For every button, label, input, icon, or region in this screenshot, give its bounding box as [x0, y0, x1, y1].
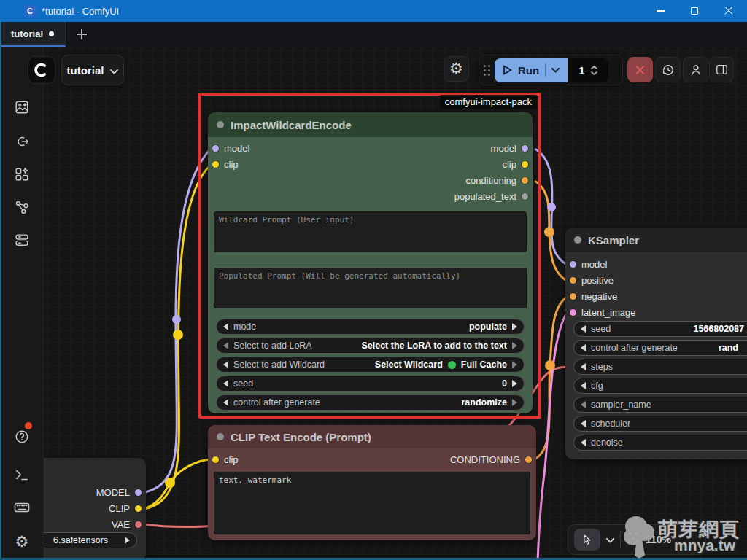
- widget-prev-icon[interactable]: [581, 420, 586, 427]
- model-library-icon[interactable]: [0, 195, 44, 219]
- workflows-panel-icon[interactable]: [0, 228, 44, 252]
- node-title-bar[interactable]: CLIP Text Encode (Prompt): [208, 425, 536, 448]
- node-ksampler[interactable]: KSampler model positive negative latent_…: [565, 228, 747, 459]
- output-dot-populated-text[interactable]: [522, 193, 528, 200]
- input-slot-clip[interactable]: clip: [212, 452, 239, 467]
- manager-gear-button[interactable]: ⚙: [444, 56, 469, 82]
- spinner-up-icon[interactable]: [591, 66, 597, 69]
- widget-prev-icon[interactable]: [223, 399, 228, 406]
- run-options-chevron-icon[interactable]: [551, 68, 560, 73]
- input-dot-model[interactable]: [212, 145, 219, 152]
- node-collapse-dot[interactable]: [217, 433, 224, 440]
- keyboard-shortcuts-icon[interactable]: [0, 495, 44, 520]
- widget-prev-icon[interactable]: [581, 325, 586, 332]
- node-impact-wildcard-encode[interactable]: ImpactWildcardEncode model clip model cl…: [208, 112, 533, 413]
- queue-gallery-icon[interactable]: [0, 95, 44, 120]
- output-dot-clip[interactable]: [522, 161, 528, 168]
- input-slot-negative[interactable]: negative: [570, 289, 617, 303]
- count-spinner[interactable]: [591, 66, 597, 75]
- node-title-bar[interactable]: KSampler: [565, 228, 747, 252]
- input-dot-model[interactable]: [570, 261, 576, 268]
- widget-next-icon[interactable]: [512, 323, 517, 330]
- widget-denoise[interactable]: denoise: [573, 435, 747, 451]
- terminal-icon[interactable]: [0, 462, 44, 487]
- batch-count-stepper[interactable]: 1: [568, 58, 608, 82]
- widget-prev-icon[interactable]: [581, 382, 586, 389]
- cancel-button[interactable]: [627, 57, 653, 82]
- workflow-dropdown[interactable]: tutorial: [61, 55, 124, 85]
- run-button[interactable]: Run: [495, 58, 568, 82]
- widget-select-lora[interactable]: Select to add LoRA Select the LoRA to ad…: [216, 338, 525, 354]
- spinner-down-icon[interactable]: [591, 71, 597, 75]
- history-button[interactable]: [655, 57, 681, 82]
- widget-sampler-name[interactable]: sampler_name: [573, 397, 747, 413]
- prompt-textarea[interactable]: text, watermark: [214, 472, 530, 534]
- widget-control-after-generate[interactable]: control after generate rand: [573, 340, 747, 356]
- widget-seed[interactable]: seed 1566802087: [573, 321, 747, 337]
- input-slot-clip[interactable]: clip: [212, 157, 239, 171]
- output-dot-model[interactable]: [522, 145, 528, 152]
- widget-next-icon[interactable]: [512, 380, 517, 387]
- widget-prev-icon[interactable]: [223, 342, 228, 349]
- drag-handle[interactable]: [484, 65, 490, 76]
- fit-view-button[interactable]: [627, 532, 640, 548]
- widget-next-icon[interactable]: [512, 342, 517, 349]
- output-dot-model[interactable]: [135, 489, 142, 496]
- workflow-link-icon[interactable]: [0, 129, 44, 154]
- help-icon[interactable]: [0, 424, 44, 449]
- comfyui-logo-button[interactable]: [28, 56, 55, 84]
- window-close-button[interactable]: [712, 0, 746, 22]
- widget-prev-icon[interactable]: [581, 363, 586, 370]
- new-tab-button[interactable]: [72, 26, 91, 42]
- output-slot-conditioning[interactable]: conditioning: [466, 173, 528, 187]
- populated-prompt-textarea[interactable]: [214, 268, 527, 308]
- input-dot-clip[interactable]: [212, 456, 219, 463]
- output-slot-model[interactable]: MODEL: [96, 485, 142, 499]
- widget-steps[interactable]: steps: [573, 359, 747, 375]
- input-dot-positive[interactable]: [570, 277, 576, 284]
- output-slot-populated-text[interactable]: populated_text: [454, 189, 528, 203]
- widget-scheduler[interactable]: scheduler: [573, 416, 747, 432]
- input-dot-latent-image[interactable]: [570, 309, 576, 316]
- wildcard-prompt-textarea[interactable]: [214, 211, 527, 252]
- widget-seed[interactable]: seed 0: [216, 376, 525, 392]
- widget-control-after-generate[interactable]: control after generate randomize: [216, 394, 525, 411]
- widget-select-wildcard[interactable]: Select to add Wildcard Select Wildcard F…: [216, 357, 525, 373]
- widget-prev-icon[interactable]: [581, 344, 586, 351]
- output-slot-clip[interactable]: clip: [502, 157, 528, 171]
- input-slot-model[interactable]: model: [570, 257, 607, 271]
- input-dot-clip[interactable]: [212, 161, 219, 168]
- widget-mode[interactable]: mode populate: [216, 319, 525, 335]
- window-minimize-button[interactable]: [643, 0, 677, 22]
- output-slot-model[interactable]: model: [491, 141, 528, 155]
- widget-cfg[interactable]: cfg: [573, 378, 747, 394]
- toggle-panel-button[interactable]: [709, 57, 734, 82]
- widget-next-icon[interactable]: [125, 537, 130, 544]
- output-dot-conditioning[interactable]: [525, 456, 532, 463]
- node-title-bar[interactable]: ImpactWildcardEncode: [208, 112, 533, 137]
- user-account-button[interactable]: [683, 57, 708, 82]
- output-slot-vae[interactable]: VAE: [112, 517, 142, 532]
- node-clip-text-encode[interactable]: CLIP Text Encode (Prompt) clip CONDITION…: [208, 425, 536, 540]
- widget-prev-icon[interactable]: [223, 380, 228, 387]
- widget-next-icon[interactable]: [512, 399, 517, 406]
- output-slot-clip[interactable]: CLIP: [109, 501, 142, 516]
- tab-tutorial[interactable]: tutorial: [0, 22, 66, 47]
- window-maximize-button[interactable]: [678, 0, 711, 22]
- settings-gear-icon[interactable]: ⚙: [0, 529, 44, 554]
- tool-options-chevron-icon[interactable]: [606, 533, 614, 546]
- select-tool-button[interactable]: [574, 529, 600, 551]
- input-dot-negative[interactable]: [570, 293, 576, 300]
- input-slot-positive[interactable]: positive: [570, 273, 614, 287]
- output-dot-clip[interactable]: [135, 505, 142, 512]
- input-slot-model[interactable]: model: [212, 141, 249, 155]
- output-dot-vae[interactable]: [135, 521, 142, 528]
- zoom-level-indicator[interactable]: 110%: [646, 534, 671, 545]
- output-slot-conditioning[interactable]: CONDITIONING: [450, 452, 532, 467]
- widget-prev-icon[interactable]: [581, 401, 586, 408]
- input-slot-latent-image[interactable]: latent_image: [570, 305, 635, 319]
- widget-prev-icon[interactable]: [223, 361, 228, 368]
- node-collapse-dot[interactable]: [574, 236, 581, 244]
- node-library-icon[interactable]: [0, 162, 44, 187]
- widget-prev-icon[interactable]: [223, 323, 228, 330]
